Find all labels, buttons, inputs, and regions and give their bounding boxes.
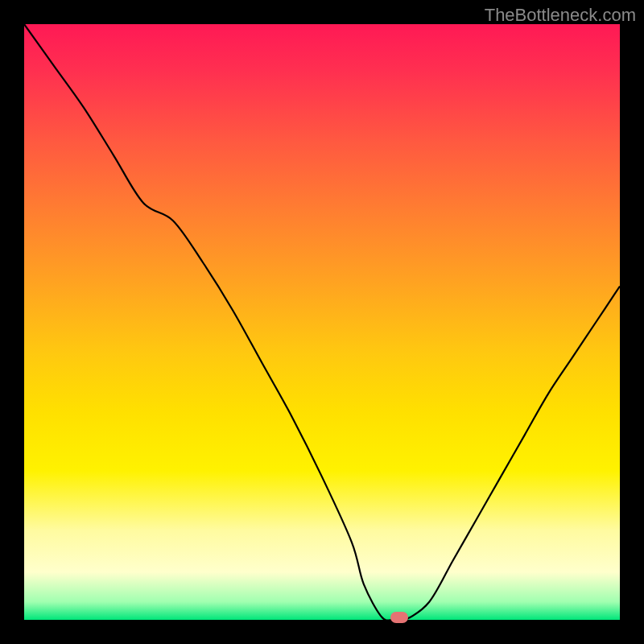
attribution-text: TheBottleneck.com: [485, 5, 636, 26]
bottleneck-curve: [24, 24, 620, 620]
bottleneck-marker: [390, 612, 408, 623]
chart-curve-svg: [24, 24, 620, 620]
